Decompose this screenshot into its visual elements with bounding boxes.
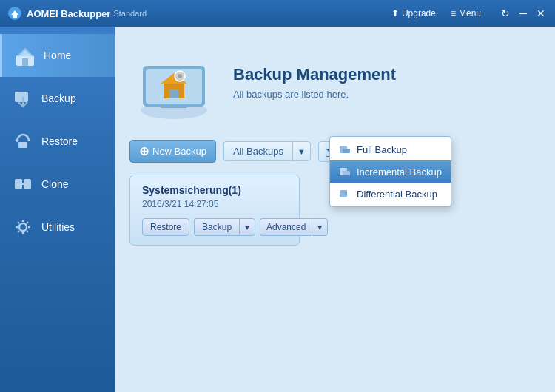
svg-rect-4 [15, 92, 28, 102]
dropdown-item-full-backup[interactable]: Full Backup [330, 138, 451, 160]
home-icon [14, 44, 36, 67]
header-subtitle: All backups are listed here. [233, 89, 396, 100]
header-section: Backup Management All backups are listed… [130, 38, 540, 126]
refresh-button[interactable]: ↻ [499, 7, 512, 20]
svg-rect-17 [169, 89, 178, 98]
minimize-button[interactable]: ─ [517, 7, 530, 20]
restore-button[interactable]: Restore [142, 218, 189, 236]
backup-card: Systemsicherung(1) 2016/3/21 14:27:05 Re… [130, 175, 300, 246]
sidebar-item-utilities-label: Utilities [41, 221, 75, 233]
backup-card-buttons: Restore Backup ▼ Advanced ▼ [142, 218, 287, 236]
sidebar-item-backup[interactable]: Backup [0, 77, 115, 120]
content-area: Backup Management All backups are listed… [115, 27, 555, 392]
app-name: AOMEI Backupper [27, 8, 110, 19]
svg-point-9 [19, 223, 27, 231]
sidebar-item-clone[interactable]: Clone [0, 163, 115, 206]
differential-backup-icon [339, 188, 351, 200]
plus-icon: ⊕ [139, 144, 149, 158]
backup-main-button[interactable]: Backup [194, 218, 239, 236]
titlebar: AOMEI Backupper Standard ⬆ Upgrade ≡ Men… [0, 0, 555, 27]
clone-icon [12, 173, 34, 195]
sidebar-item-clone-label: Clone [41, 178, 69, 190]
sidebar-item-utilities[interactable]: Utilities [0, 206, 115, 249]
sidebar-item-home[interactable]: Home [0, 34, 115, 77]
svg-rect-3 [22, 58, 28, 66]
sidebar-item-restore-label: Restore [41, 135, 78, 147]
advanced-arrow-button[interactable]: ▼ [312, 218, 328, 236]
utilities-icon [12, 216, 34, 238]
sidebar-item-home-label: Home [44, 50, 71, 61]
header-title: Backup Management [233, 65, 396, 84]
svg-rect-1 [13, 15, 17, 18]
svg-rect-7 [15, 179, 22, 189]
main-layout: Home Backup Restore [0, 27, 555, 392]
advanced-split-button: Advanced ▼ [260, 218, 328, 236]
svg-rect-8 [24, 179, 31, 189]
full-backup-label: Full Backup [357, 144, 407, 155]
menu-icon: ≡ [451, 8, 456, 18]
titlebar-controls: ⬆ Upgrade ≡ Menu ↻ ─ ✕ [388, 7, 548, 20]
backup-arrow-button[interactable]: ▼ [239, 218, 255, 236]
svg-rect-23 [343, 171, 350, 175]
upgrade-button[interactable]: ⬆ Upgrade [388, 7, 439, 20]
header-icon-container [130, 38, 218, 126]
full-backup-icon [339, 143, 351, 155]
svg-rect-21 [343, 149, 350, 153]
backup-management-illustration [130, 45, 218, 119]
all-backups-dropdown: All Backups ▼ [223, 141, 311, 161]
svg-rect-6 [18, 142, 27, 148]
incremental-backup-icon [339, 166, 351, 178]
advanced-main-button[interactable]: Advanced [260, 218, 312, 236]
close-button[interactable]: ✕ [534, 7, 548, 20]
sidebar: Home Backup Restore [0, 27, 115, 392]
menu-button[interactable]: ≡ Menu [448, 7, 484, 20]
header-text: Backup Management All backups are listed… [233, 65, 396, 100]
all-backups-arrow[interactable]: ▼ [292, 141, 311, 161]
new-backup-button[interactable]: ⊕ New Backup [130, 140, 216, 163]
sidebar-item-backup-label: Backup [41, 92, 76, 104]
differential-backup-label: Differential Backup [357, 189, 437, 200]
upgrade-icon: ⬆ [391, 8, 399, 18]
backup-split-button: Backup ▼ [194, 218, 255, 236]
svg-point-19 [178, 74, 182, 78]
sidebar-item-restore[interactable]: Restore [0, 120, 115, 163]
window-controls: ↻ ─ ✕ [499, 7, 548, 20]
restore-icon [12, 130, 34, 152]
backup-card-title: Systemsicherung(1) [142, 184, 287, 196]
backup-icon [12, 87, 34, 109]
backup-card-date: 2016/3/21 14:27:05 [142, 199, 287, 209]
app-edition: Standard [113, 9, 147, 18]
incremental-backup-label: Incremental Backup [357, 166, 442, 178]
dropdown-item-differential-backup[interactable]: Differential Backup [330, 183, 451, 205]
dropdown-item-incremental-backup[interactable]: Incremental Backup [330, 160, 451, 183]
app-logo [7, 6, 22, 21]
all-backups-button[interactable]: All Backups [223, 141, 292, 161]
backup-dropdown-menu: Full Backup Incremental Backup [329, 136, 451, 207]
